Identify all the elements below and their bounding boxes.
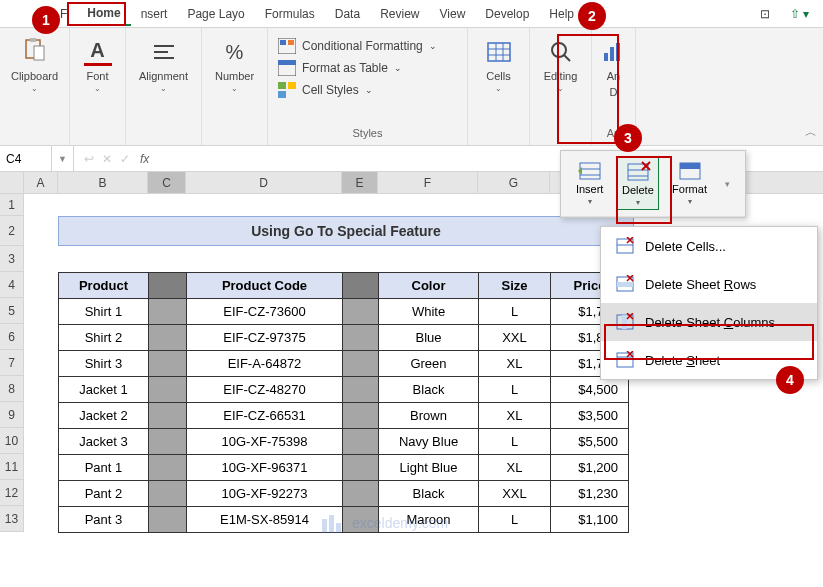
cell-blank1[interactable]: [149, 481, 187, 507]
cell-blank2[interactable]: [343, 299, 379, 325]
cell-product[interactable]: Pant 1: [59, 455, 149, 481]
cell-color[interactable]: Blue: [379, 325, 479, 351]
cell-product[interactable]: Jacket 1: [59, 377, 149, 403]
tab-insert[interactable]: nsert: [131, 3, 178, 25]
cell-color[interactable]: Light Blue: [379, 455, 479, 481]
col-head-f[interactable]: F: [378, 172, 478, 193]
cell-blank2[interactable]: [343, 351, 379, 377]
analyze-button[interactable]: An D: [592, 32, 635, 104]
col-head-e[interactable]: E: [342, 172, 378, 193]
cells-button[interactable]: Cells ⌄: [468, 32, 529, 99]
delete-sheet-columns-item[interactable]: Delete Sheet Columns: [601, 303, 817, 341]
header-size[interactable]: Size: [479, 273, 551, 299]
cell-size[interactable]: L: [479, 299, 551, 325]
col-head-a[interactable]: A: [24, 172, 58, 193]
cell-size[interactable]: XXL: [479, 325, 551, 351]
cell-blank1[interactable]: [149, 403, 187, 429]
title-cell[interactable]: Using Go To Special Feature: [58, 216, 634, 246]
cell-product[interactable]: Jacket 3: [59, 429, 149, 455]
cell-blank2[interactable]: [343, 481, 379, 507]
cell-size[interactable]: L: [479, 429, 551, 455]
cell-code[interactable]: E1M-SX-85914: [187, 507, 343, 533]
name-box[interactable]: C4: [0, 146, 52, 171]
cell-styles-button[interactable]: Cell Styles ⌄: [278, 82, 457, 98]
row-head[interactable]: 10: [0, 428, 24, 454]
cell-color[interactable]: White: [379, 299, 479, 325]
cell-blank2[interactable]: [343, 429, 379, 455]
col-head-g[interactable]: G: [478, 172, 550, 193]
header-code[interactable]: Product Code: [187, 273, 343, 299]
cell-product[interactable]: Pant 3: [59, 507, 149, 533]
tab-home[interactable]: Home: [77, 2, 130, 26]
conditional-formatting-button[interactable]: Conditional Formatting ⌄: [278, 38, 457, 54]
cell-code[interactable]: 10G-XF-96371: [187, 455, 343, 481]
cell-product[interactable]: Shirt 2: [59, 325, 149, 351]
cell-blank1[interactable]: [149, 351, 187, 377]
clipboard-button[interactable]: Clipboard ⌄: [0, 32, 69, 99]
cell-color[interactable]: Black: [379, 377, 479, 403]
alignment-button[interactable]: Alignment ⌄: [126, 32, 201, 99]
tab-developer[interactable]: Develop: [475, 3, 539, 25]
row-head[interactable]: 6: [0, 324, 24, 350]
cell-blank1[interactable]: [149, 455, 187, 481]
col-head-b[interactable]: B: [58, 172, 148, 193]
font-button[interactable]: A Font ⌄: [70, 32, 125, 99]
tab-page-layout[interactable]: Page Layo: [177, 3, 254, 25]
collapse-ribbon-button[interactable]: ︿: [805, 124, 817, 141]
row-head[interactable]: 7: [0, 350, 24, 376]
cell-price[interactable]: $4,500: [551, 377, 629, 403]
cell-blank2[interactable]: [343, 325, 379, 351]
insert-button[interactable]: Insert ▾: [572, 157, 608, 210]
delete-button[interactable]: Delete ▾: [617, 157, 659, 210]
cell-code[interactable]: 10G-XF-75398: [187, 429, 343, 455]
row-head[interactable]: 4: [0, 272, 24, 298]
cell-price[interactable]: $5,500: [551, 429, 629, 455]
cell-product[interactable]: Shirt 3: [59, 351, 149, 377]
delete-cells-item[interactable]: Delete Cells...: [601, 227, 817, 265]
cell-blank1[interactable]: [149, 299, 187, 325]
cell-code[interactable]: EIF-CZ-97375: [187, 325, 343, 351]
comments-button[interactable]: ⊡: [754, 5, 776, 23]
cell-size[interactable]: XXL: [479, 481, 551, 507]
cell-blank2[interactable]: [343, 377, 379, 403]
cell-product[interactable]: Pant 2: [59, 481, 149, 507]
row-head[interactable]: 1: [0, 194, 24, 216]
cell-size[interactable]: L: [479, 507, 551, 533]
cell-color[interactable]: Brown: [379, 403, 479, 429]
row-head[interactable]: 13: [0, 506, 24, 532]
row-head[interactable]: 9: [0, 402, 24, 428]
cell-product[interactable]: Shirt 1: [59, 299, 149, 325]
cell-product[interactable]: Jacket 2: [59, 403, 149, 429]
cell-size[interactable]: L: [479, 377, 551, 403]
cell-size[interactable]: XL: [479, 351, 551, 377]
tab-view[interactable]: View: [430, 3, 476, 25]
cell-price[interactable]: $1,100: [551, 507, 629, 533]
tab-review[interactable]: Review: [370, 3, 429, 25]
header-color[interactable]: Color: [379, 273, 479, 299]
row-head[interactable]: 5: [0, 298, 24, 324]
header-product[interactable]: Product: [59, 273, 149, 299]
header-blank1[interactable]: [149, 273, 187, 299]
row-head[interactable]: 2: [0, 216, 24, 246]
cell-color[interactable]: Black: [379, 481, 479, 507]
number-button[interactable]: % Number ⌄: [202, 32, 267, 99]
format-as-table-button[interactable]: Format as Table ⌄: [278, 60, 457, 76]
format-button[interactable]: Format ▾: [668, 157, 711, 210]
cell-color[interactable]: Green: [379, 351, 479, 377]
cell-code[interactable]: EIF-CZ-48270: [187, 377, 343, 403]
editing-button[interactable]: Editing ⌄: [530, 32, 591, 99]
cell-blank1[interactable]: [149, 507, 187, 533]
row-head[interactable]: 8: [0, 376, 24, 402]
cell-size[interactable]: XL: [479, 455, 551, 481]
row-head[interactable]: 3: [0, 246, 24, 272]
cell-blank2[interactable]: [343, 507, 379, 533]
cell-code[interactable]: 10G-XF-92273: [187, 481, 343, 507]
header-blank2[interactable]: [343, 273, 379, 299]
cell-code[interactable]: EIF-CZ-73600: [187, 299, 343, 325]
cell-blank2[interactable]: [343, 403, 379, 429]
cell-code[interactable]: EIF-CZ-66531: [187, 403, 343, 429]
cell-color[interactable]: Navy Blue: [379, 429, 479, 455]
row-head[interactable]: 12: [0, 480, 24, 506]
tab-formulas[interactable]: Formulas: [255, 3, 325, 25]
cell-blank1[interactable]: [149, 325, 187, 351]
